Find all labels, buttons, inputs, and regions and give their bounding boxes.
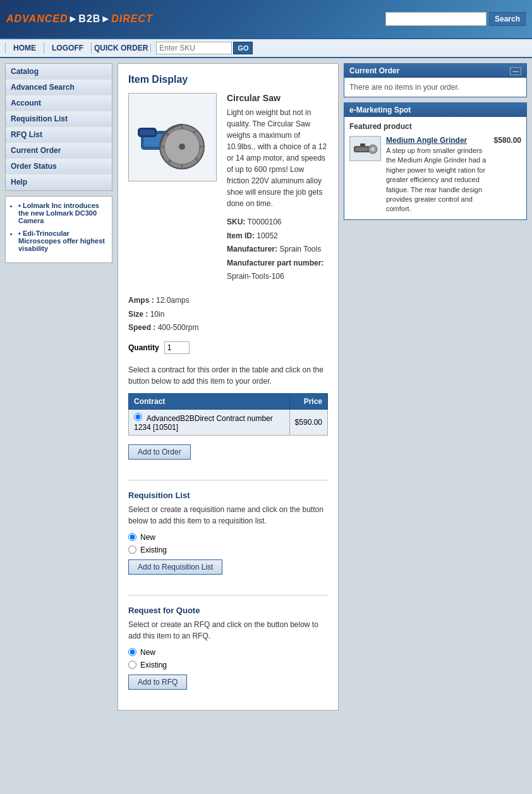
divider-1: [128, 480, 328, 480]
requisition-existing-label: Existing: [140, 546, 167, 554]
emarketing-box: e-Marketing Spot Featured product: [344, 102, 527, 220]
header-search-area: Search: [385, 12, 526, 26]
add-to-order-button[interactable]: Add to Order: [128, 444, 191, 460]
contract-radio[interactable]: [134, 413, 142, 421]
contract-name: AdvancedB2BDirect Contract number 1234 […: [134, 414, 273, 432]
current-order-body: There are no items in your order.: [344, 78, 526, 97]
rfq-section-title: Request for Quote: [128, 606, 328, 615]
requisition-new-radio[interactable]: [128, 533, 136, 541]
speed-value: 400-500rpm: [158, 323, 199, 332]
right-panel: Current Order — There are no items in yo…: [344, 63, 527, 716]
table-row[interactable]: AdvancedB2BDirect Contract number 1234 […: [129, 409, 328, 435]
nav-logoff[interactable]: LOGOFF: [44, 42, 92, 54]
current-order-title: Current Order: [349, 66, 399, 75]
sidebar-item-order-status[interactable]: Order Status: [6, 159, 112, 174]
size-label: Size :: [128, 310, 148, 319]
rfq-existing-row: Existing: [128, 661, 328, 669]
product-specs-extra: Amps : 12.0amps Size : 10in Speed : 400-…: [128, 294, 328, 335]
requisition-new-row: New: [128, 533, 328, 542]
logo-b2b: B2B: [78, 13, 100, 24]
nav-home[interactable]: HOME: [5, 42, 44, 54]
search-button[interactable]: Search: [489, 12, 526, 26]
featured-product-image: [349, 136, 381, 161]
requisition-existing-radio[interactable]: [128, 546, 136, 554]
item-id-label: Item ID:: [227, 231, 255, 240]
rfq-new-row: New: [128, 648, 328, 657]
sku-value: T0000106: [247, 217, 281, 226]
quantity-row: Quantity: [128, 341, 328, 354]
content-area: Item Display: [118, 63, 339, 716]
svg-rect-19: [360, 144, 365, 146]
product-image-svg: [135, 99, 210, 175]
sidebar: Catalog Advanced Search Account Requisit…: [5, 63, 112, 716]
quantity-label: Quantity: [128, 343, 159, 352]
amps-label: Amps :: [128, 296, 154, 305]
product-top: Circular Saw Light on weight but not in …: [128, 93, 328, 284]
news-item-1: • Lolmark Inc introduces the new Lolmark…: [18, 202, 107, 224]
news-link-1[interactable]: • Lolmark Inc introduces the new Lolmark…: [18, 202, 99, 224]
speed-label: Speed :: [128, 323, 155, 332]
divider-2: [128, 595, 328, 596]
featured-product-name[interactable]: Medium Angle Grinder: [386, 136, 489, 145]
svg-rect-14: [140, 130, 155, 135]
nav-quick-order-label: QUICK ORDER: [92, 44, 151, 52]
manufacturer-label: Manufacturer:: [227, 245, 277, 253]
featured-product-price: $580.00: [494, 136, 521, 145]
item-id-value: 10052: [257, 231, 277, 240]
requisition-new-label: New: [140, 533, 155, 542]
rfq-existing-radio[interactable]: [128, 661, 136, 669]
product-info: Circular Saw Light on weight but not in …: [227, 93, 328, 284]
contract-col-header: Contract: [129, 393, 290, 409]
rfq-new-label: New: [140, 648, 155, 657]
sidebar-item-current-order[interactable]: Current Order: [6, 143, 112, 159]
sidebar-item-rfq-list[interactable]: RFQ List: [6, 127, 112, 143]
logo-sep1: ►: [68, 13, 78, 24]
rfq-section-desc: Select or create an RFQ and click on the…: [128, 619, 328, 642]
main-layout: Catalog Advanced Search Account Requisit…: [0, 58, 532, 721]
add-to-requisition-button[interactable]: Add to Requisition List: [128, 559, 222, 575]
featured-product-details: Medium Angle Grinder A step up from smal…: [386, 136, 489, 214]
product-image: [128, 93, 217, 181]
sidebar-menu: Catalog Advanced Search Account Requisit…: [5, 63, 112, 191]
sidebar-item-account[interactable]: Account: [6, 95, 112, 111]
item-display-box: Item Display: [118, 63, 339, 711]
featured-product-svg: [353, 138, 378, 159]
add-to-rfq-button[interactable]: Add to RFQ: [128, 675, 187, 690]
svg-point-4: [179, 144, 185, 150]
current-order-header: Current Order —: [344, 64, 526, 78]
sku-label: SKU:: [227, 217, 245, 226]
sidebar-item-catalog[interactable]: Catalog: [6, 64, 112, 80]
emarketing-title: e-Marketing Spot: [349, 106, 411, 114]
requisition-existing-row: Existing: [128, 546, 328, 554]
quantity-input[interactable]: [164, 341, 190, 354]
emarketing-header: e-Marketing Spot: [344, 103, 526, 117]
amps-value: 12.0amps: [156, 296, 190, 305]
go-button[interactable]: GO: [233, 42, 253, 54]
featured-product-desc: A step up from smaller grinders the Medi…: [386, 146, 489, 214]
requisition-section-desc: Select or create a requisition name and …: [128, 504, 328, 527]
sidebar-item-advanced-search[interactable]: Advanced Search: [6, 80, 112, 95]
contract-table: Contract Price AdvancedB2BDirect Contrac…: [128, 393, 328, 436]
sidebar-item-requisition-list[interactable]: Requisition List: [6, 111, 112, 127]
logo: ADVANCED►B2B►DIRECT: [6, 13, 153, 25]
price-cell: $590.00: [289, 409, 327, 435]
product-specs: SKU: T0000106 Item ID: 10052 Manufacture…: [227, 216, 328, 284]
mfr-part-label: Manufacturer part number:: [227, 259, 323, 267]
manufacturer-value: Sprain Tools: [279, 245, 321, 253]
svg-rect-16: [355, 147, 368, 151]
minimize-button[interactable]: —: [510, 67, 521, 75]
sku-input[interactable]: [156, 42, 232, 54]
rfq-new-radio[interactable]: [128, 648, 136, 656]
svg-point-18: [371, 147, 375, 151]
sidebar-news: • Lolmark Inc introduces the new Lolmark…: [5, 196, 112, 263]
sidebar-item-help[interactable]: Help: [6, 174, 112, 190]
featured-product: Medium Angle Grinder A step up from smal…: [349, 136, 521, 214]
page-title: Item Display: [128, 74, 328, 85]
logo-sep2: ►: [100, 13, 111, 24]
emarketing-body: Featured product Medium Angle Gr: [344, 117, 526, 219]
product-name: Circular Saw: [227, 93, 328, 103]
size-value: 10in: [150, 310, 165, 319]
news-link-2[interactable]: • Edi-Trinocular Microscopes offer highe…: [18, 229, 105, 252]
search-input[interactable]: [385, 12, 487, 26]
header: ADVANCED►B2B►DIRECT Search: [0, 0, 532, 38]
